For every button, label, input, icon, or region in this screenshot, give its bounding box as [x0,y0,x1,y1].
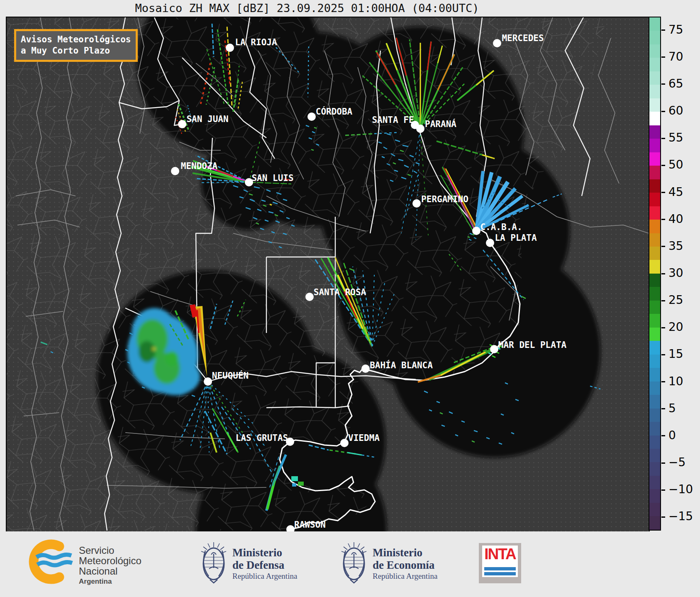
colorbar-band-6 [649,98,660,112]
city-label-paran-: PARANÁ [425,119,456,129]
city-dot-la-plata [486,239,494,247]
colorbar-band-20 [649,287,660,300]
colorbar-tickmark-75 [661,29,665,31]
colorbar-band-22 [649,314,660,327]
city-dot-mar-del-plata [490,345,498,353]
city-dot-c-rdoba [307,113,316,121]
colorbar-band-18 [649,260,660,273]
colorbar-tickmark-5 [661,408,665,409]
colorbar-ticklabel-5: 5 [668,401,676,415]
colorbar-band-12 [649,179,660,193]
colorbar-ticklabel-30: 30 [668,266,683,280]
map-canvas: MERCEDESLA RIOJASAN JUANCÓRDOBAMENDOZASA… [7,17,649,531]
colorbar-band-31 [649,436,660,449]
colorbar-tickmark-0 [661,435,665,436]
city-label-mendoza: MENDOZA [181,161,218,171]
colorbar-band-24 [649,341,660,354]
colorbar-tickmark-50 [661,165,665,166]
colorbar-ticklabel-65: 65 [668,77,683,91]
colorbar-ticklabel-15: 15 [668,347,683,361]
colorbar-band-9 [649,139,660,152]
smn-logo: Servicio Meteorológico Nacional Argentin… [25,539,174,590]
inta-inner-card: INTA [482,546,518,577]
smn-line1: Servicio [79,545,114,556]
city-dot-santa-rosa [305,293,314,301]
colorbar-ticklabel-40: 40 [668,212,683,226]
defensa-line2: de Defensa [232,559,285,571]
colorbar-band-37 [649,516,660,529]
colorbar-ticklabel--10: −10 [668,482,693,496]
colorbar-bands [649,17,660,530]
economia-logo: Ministerio de Economía República Argenti… [335,536,493,592]
colorbar-tickmark-15 [661,354,665,355]
city-label-viedma: VIEDMA [348,433,380,443]
colorbar-ticklabel-70: 70 [668,50,683,64]
defensa-line1: Ministerio [232,546,282,559]
colorbar-tickmark-20 [661,327,665,328]
colorbar-band-30 [649,422,660,435]
colorbar-tickmark-30 [661,273,665,274]
city-label-santa-rosa: SANTA ROSA [314,287,366,297]
smn-country: Argentina [79,577,112,585]
city-dot-viedma [340,439,349,447]
colorbar-band-10 [649,152,660,166]
city-label-la-rioja: LA RIOJA [235,37,277,47]
colorbar-tickmark-25 [661,300,665,301]
colorbar-ticklabel-75: 75 [668,22,683,36]
colorbar-tickmark-40 [661,219,665,220]
colorbar-band-36 [649,503,660,516]
colorbar-ticklabel-10: 10 [668,374,683,388]
warning-line-1: Avisos Meteorológicos [21,34,131,45]
city-label-mar-del-plata: MAR DEL PLATA [498,340,567,350]
colorbar-ticklabel-50: 50 [668,158,683,171]
colorbar-band-32 [649,449,660,462]
colorbar-ticklabel-35: 35 [668,239,683,253]
city-dot-mendoza [171,167,179,175]
city-label-bah-a-blanca: BAHÍA BLANCA [370,360,433,370]
colorbar-band-33 [649,462,660,475]
city-label-c-rdoba: CÓRDOBA [316,106,353,117]
city-label-santa-fe: SANTA FE [372,115,414,125]
colorbar-band-3 [649,58,660,71]
colorbar-band-27 [649,382,660,395]
colorbar-tickmark--10 [661,489,665,491]
city-label-las-grutas: LAS GRUTAS [236,433,288,443]
colorbar-band-21 [649,301,660,314]
colorbar-band-23 [649,328,660,341]
warning-line-2: a Muy Corto Plazo [21,45,131,56]
colorbar-band-8 [649,125,660,139]
city-dot-san-juan [178,120,186,128]
inta-wordmark: INTA [484,546,516,563]
city-label-san-luis: SAN LUIS [251,173,293,183]
colorbar-band-26 [649,368,660,381]
radar-map: Avisos Meteorológicos a Muy Corto Plazo [6,17,650,532]
colorbar-ticklabel--5: −5 [668,455,685,469]
colorbar-band-16 [649,233,660,247]
colorbar-band-4 [649,71,660,85]
colorbar-ticklabel-0: 0 [668,428,676,442]
colorbar-ticklabel--15: −15 [668,509,693,523]
colorbar-band-29 [649,409,660,422]
inta-logo: INTA [479,543,521,583]
coat-of-arms-icon [341,542,366,583]
colorbar-band-14 [649,206,660,220]
colorbar-tickmark-65 [661,83,665,85]
city-label-c-a-b-a-: C.A.B.A. [480,222,522,232]
colorbar-tickmark-55 [661,138,665,139]
colorbar-band-19 [649,274,660,287]
city-label-la-plata: LA PLATA [495,233,537,243]
city-label-pergamino: PERGAMINO [421,194,468,204]
colorbar-band-28 [649,395,660,408]
colorbar-band-0 [649,17,660,31]
colorbar-band-5 [649,85,660,98]
smn-waves-icon [37,555,72,565]
colorbar-ticklabel-60: 60 [668,104,683,117]
city-label-mercedes: MERCEDES [502,33,544,43]
city-label-neuqu-n: NEUQUÉN [212,370,249,381]
city-dot-la-rioja [226,44,234,52]
colorbar-tickmark-35 [661,246,665,247]
economia-line2: de Economía [373,559,435,571]
colorbar-band-13 [649,193,660,206]
defensa-logo: Ministerio de Defensa República Argentin… [195,536,340,592]
colorbar-band-11 [649,166,660,179]
